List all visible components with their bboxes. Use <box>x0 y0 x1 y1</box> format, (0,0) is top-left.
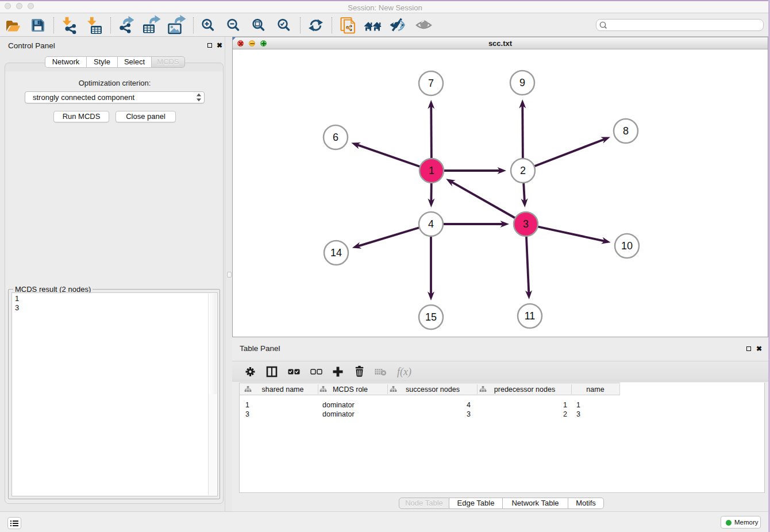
svg-text:9: 9 <box>519 77 525 88</box>
svg-text:6: 6 <box>333 132 338 143</box>
svg-text:10: 10 <box>621 240 633 252</box>
svg-text:4: 4 <box>428 218 434 230</box>
svg-text:2: 2 <box>520 165 526 176</box>
svg-text:f(x): f(x) <box>397 366 411 378</box>
svg-text:8: 8 <box>623 125 629 137</box>
svg-text:1: 1 <box>429 165 434 176</box>
svg-text:15: 15 <box>425 311 437 323</box>
svg-text:3: 3 <box>523 218 529 230</box>
svg-text:7: 7 <box>428 78 434 89</box>
svg-text:14: 14 <box>330 247 342 259</box>
svg-text:11: 11 <box>525 310 536 322</box>
